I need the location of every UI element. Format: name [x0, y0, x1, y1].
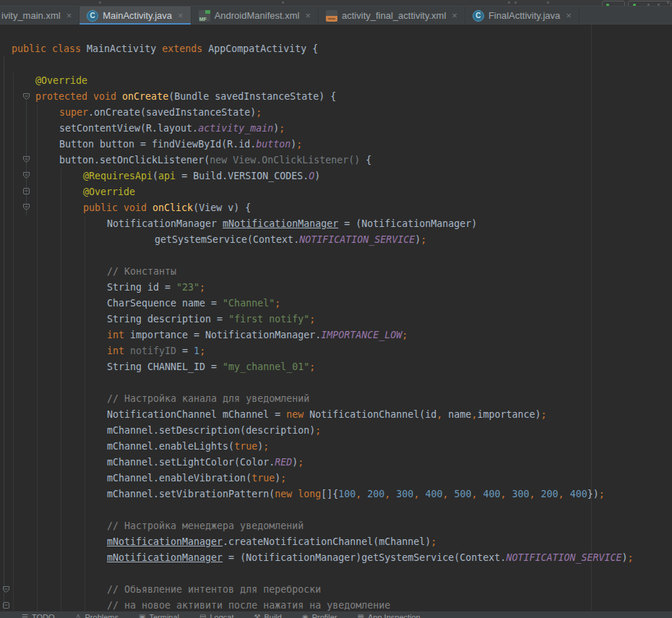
class-file-icon: C — [87, 10, 98, 22]
token-ann: api — [158, 171, 176, 181]
token-underline: mNotificationManager — [107, 552, 223, 563]
token-punct: ; — [421, 234, 426, 245]
token-plain: mChannel.setLightColor(Color. — [107, 457, 275, 468]
token-kw: new long — [275, 489, 321, 499]
token-str: "Channel" — [223, 298, 275, 309]
token-plain: ( — [152, 171, 158, 181]
token-underline: mNotificationManager — [107, 536, 223, 547]
token-punct: , — [501, 489, 512, 499]
token-plain: name — [442, 409, 471, 420]
code-line: mChannel.enableLights(true); — [0, 439, 672, 455]
code-line: int importance = NotificationManager.IMP… — [0, 327, 672, 343]
toolbar-fragment — [547, 1, 549, 4]
tab-activity_final_acttivity.xml[interactable]: activity_final_acttivity.xml× — [319, 7, 465, 25]
code-line: NotificationChannel mChannel = new Notif… — [0, 407, 672, 423]
code-line: NotificationManager mNotificationManager… — [0, 216, 672, 232]
ide-window: ivity_main.xml×CMainActivity.java×MFAndr… — [0, 0, 672, 618]
token-field: IMPORTANCE_LOW — [321, 330, 402, 340]
code-line: getSystemService(Context.NOTIFICATION_SE… — [0, 232, 672, 248]
token-num: 300 — [512, 489, 530, 499]
tab-ivity_main.xml[interactable]: ivity_main.xml× — [0, 7, 79, 25]
layout-file-icon — [326, 10, 337, 22]
token-punct: , — [471, 489, 483, 499]
code-area: public class MainActivity extends AppCom… — [0, 41, 672, 611]
code-line — [0, 57, 672, 73]
token-field: RED — [275, 457, 292, 468]
terminal-icon: ▣ — [139, 612, 145, 618]
close-icon[interactable]: × — [566, 10, 572, 21]
code-line: @Override — [0, 73, 672, 89]
close-icon[interactable]: × — [178, 10, 184, 21]
token-plain: NotificationManager — [107, 218, 223, 229]
token-punct: ; — [402, 330, 408, 340]
tab-label: FinalActtivity.java — [488, 10, 560, 21]
toolwindow-button-build[interactable]: ⚒Build — [254, 612, 282, 618]
toolwindow-button-logcat[interactable]: ▤Logcat — [199, 612, 233, 618]
code-line: button.setOnClickListener(new View.OnCli… — [0, 153, 672, 168]
code-editor[interactable]: public class MainActivity extends AppCom… — [0, 25, 672, 611]
token-field: NOTIFICATION_SERVICE — [299, 234, 415, 245]
code-line: // Настройка менеджера уведомлений — [0, 518, 672, 534]
profiler-icon: ◉ — [302, 612, 309, 618]
token-plain: (Bundle savedInstanceState) { — [168, 91, 336, 102]
token-unused: notifyID — [130, 346, 176, 356]
token-comment: // Константы — [107, 266, 176, 277]
token-plain: NotificationChannel(id — [309, 409, 436, 420]
token-num: 100 — [338, 489, 356, 499]
close-icon[interactable]: × — [66, 10, 72, 21]
token-punct: ; — [315, 425, 321, 436]
token-punct: ; — [275, 298, 280, 309]
run-button-group[interactable] — [602, 1, 625, 7]
code-line: mChannel.setDescription(description); — [0, 423, 672, 439]
toolwindow-button-profiler[interactable]: ◉Profiler — [302, 612, 337, 618]
token-num: 400 — [425, 489, 442, 499]
token-plain: AppCompatActivity { — [208, 43, 318, 54]
tab-MainActivity.java[interactable]: CMainActivity.java× — [79, 7, 191, 25]
token-plain: }) — [587, 489, 599, 499]
token-plain: .onCreate(savedInstanceState) — [88, 107, 256, 118]
token-punct: ; — [296, 139, 302, 150]
toolwindow-button-problems[interactable]: ⚠Problems — [75, 612, 119, 618]
token-plain: mChannel.setVibrationPattern( — [107, 489, 275, 499]
close-icon[interactable]: × — [452, 10, 457, 21]
token-punct: ; — [431, 536, 436, 547]
toolbar-fragment — [508, 1, 510, 4]
token-punct: , — [442, 489, 454, 499]
token-method: onClick — [152, 202, 193, 213]
token-plain: .createNotificationChannel(mChannel) — [223, 536, 431, 547]
token-ann: @Override — [35, 75, 87, 86]
toolwindow-button-terminal[interactable]: ▣Terminal — [139, 612, 179, 618]
tab-AndroidManifest.xml[interactable]: MFAndroidManifest.xml× — [191, 7, 319, 25]
token-plain: mChannel.setDescription(description) — [107, 425, 315, 436]
token-plain: = — [176, 346, 194, 356]
token-plain: String description = — [107, 314, 228, 325]
token-field: NOTIFICATION_SERVICE — [506, 552, 621, 563]
token-plain: []{ — [321, 489, 338, 499]
token-punct: , — [559, 489, 570, 499]
tab-FinalActtivity.java[interactable]: CFinalActtivity.java× — [465, 7, 580, 25]
code-line: // Настройка канала для уведомлений — [0, 391, 672, 407]
token-comment: // Настройка канала для уведомлений — [107, 393, 309, 404]
code-line: mNotificationManager = (NotificationMana… — [0, 550, 672, 566]
token-plain: NotificationChannel mChannel = — [107, 409, 286, 420]
device-selector-group[interactable] — [628, 1, 671, 7]
toolwindow-button-todo[interactable]: ☰TODO — [22, 612, 55, 618]
token-plain: button.setOnClickListener( — [59, 155, 210, 166]
token-kw: protected void — [35, 91, 122, 102]
token-plain: CharSequence name = — [107, 298, 223, 309]
toolwindow-button-app-inspection[interactable]: ▦App Inspection — [358, 612, 421, 618]
code-line: mChannel.setVibrationPattern(new long[]{… — [0, 486, 672, 502]
code-line: CharSequence name = "Channel"; — [0, 296, 672, 312]
toolwindow-button-label: Build — [264, 612, 281, 618]
token-num: 400 — [570, 489, 587, 499]
token-num: 200 — [367, 489, 384, 499]
token-punct: ; — [298, 457, 303, 468]
token-kw: new — [286, 409, 309, 420]
token-field: button — [256, 139, 290, 150]
toolbar-fragment — [658, 4, 660, 6]
close-icon[interactable]: × — [305, 10, 311, 21]
token-ann: @Override — [83, 186, 135, 197]
token-punct: ; — [199, 346, 205, 356]
token-plain: MainActivity — [87, 43, 162, 54]
code-line: protected void onCreate(Bundle savedInst… — [0, 89, 672, 105]
